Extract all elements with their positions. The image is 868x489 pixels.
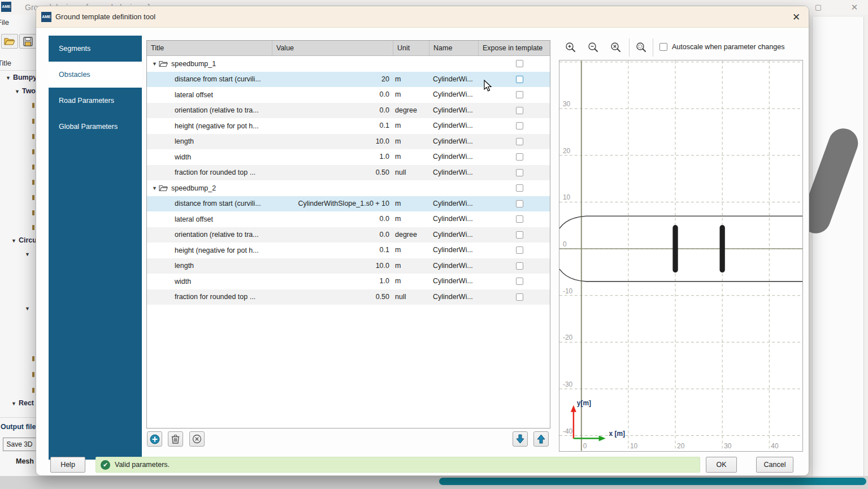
parameter-row[interactable]: distance from start (curvili...CylinderW…	[147, 196, 550, 212]
expose-checkbox[interactable]	[516, 184, 523, 192]
expose-checkbox[interactable]	[516, 278, 523, 285]
expose-checkbox[interactable]	[516, 215, 523, 223]
parameter-value[interactable]: 1.0	[272, 274, 393, 289]
parameter-value[interactable]: 20	[272, 72, 393, 88]
parameter-value[interactable]	[272, 56, 393, 72]
parameter-row[interactable]: length10.0mCylinderWi...	[147, 258, 550, 274]
sidebar-item-global-parameters[interactable]: Global Parameters	[49, 114, 142, 140]
column-header-title[interactable]: Title	[147, 41, 272, 55]
bg-tree-item[interactable]: ▼Rect	[11, 399, 34, 407]
dialog-title: Ground template definition tool	[55, 12, 155, 21]
bg-tree-item[interactable]: ▼Two	[15, 87, 36, 95]
parameter-row[interactable]: lateral offset0.0mCylinderWi...	[147, 211, 550, 227]
parameter-row[interactable]: orientation (relative to tra...0.0degree…	[147, 227, 550, 243]
clear-all-button[interactable]	[189, 431, 205, 447]
parameter-value[interactable]: 10.0	[272, 258, 393, 274]
delete-obstacle-button[interactable]	[168, 431, 183, 447]
parameter-row[interactable]: fraction for rounded top ...0.50nullCyli…	[147, 165, 550, 181]
obstacle-group-row[interactable]: ▼speedbump_2	[147, 180, 550, 196]
expose-checkbox[interactable]	[516, 246, 523, 254]
parameter-name: CylinderWi...	[429, 134, 479, 150]
zoom-in-button[interactable]	[564, 41, 578, 54]
parameter-row[interactable]: orientation (relative to tra...0.0degree…	[147, 103, 550, 119]
expand-triangle-icon: ▼	[11, 238, 16, 244]
bg-tree-item[interactable]: ▼	[25, 250, 32, 258]
parameter-value[interactable]: 0.0	[272, 211, 393, 227]
bg-tree-fragment	[32, 134, 34, 139]
expose-checkbox[interactable]	[516, 107, 523, 114]
parameter-value[interactable]: 0.0	[272, 87, 393, 103]
road-preview-plot[interactable]: 403020100-10-20-30-40010203040y[m]x [m]	[559, 60, 803, 452]
expose-checkbox[interactable]	[516, 293, 523, 301]
parameter-title: width	[175, 278, 191, 285]
parameter-value[interactable]: 0.1	[272, 118, 393, 134]
save-button[interactable]	[19, 34, 36, 49]
cancel-button[interactable]: Cancel	[756, 457, 793, 473]
parameter-row[interactable]: height (negative for pot h...0.1mCylinde…	[147, 243, 550, 258]
expose-checkbox[interactable]	[516, 200, 523, 207]
file-menu[interactable]: File	[0, 18, 9, 27]
dialog-sidebar: SegmentsObstaclesRoad ParametersGlobal P…	[49, 36, 142, 460]
bg-tree-fragment	[32, 372, 34, 377]
bg-tree-item[interactable]: ▼	[25, 304, 32, 312]
parameter-value[interactable]: 0.0	[272, 227, 393, 243]
x-axis-arrowhead	[599, 436, 606, 442]
move-down-button[interactable]	[513, 431, 528, 447]
parameter-value[interactable]: 10.0	[272, 134, 393, 150]
close-button[interactable]: ✕	[843, 0, 866, 15]
parameter-value[interactable]: 0.0	[272, 103, 393, 119]
dialog-close-icon[interactable]: ✕	[789, 11, 803, 24]
parameter-row[interactable]: fraction for rounded top ...0.50nullCyli…	[147, 289, 550, 305]
sidebar-item-segments[interactable]: Segments	[49, 36, 142, 62]
maximize-button[interactable]: ▢	[807, 0, 830, 15]
separator	[653, 38, 653, 57]
expose-checkbox[interactable]	[516, 231, 523, 239]
open-file-button[interactable]	[1, 34, 18, 49]
expose-checkbox[interactable]	[516, 262, 523, 270]
zoom-out-button[interactable]	[587, 41, 600, 54]
parameter-value[interactable]: 0.50	[272, 289, 393, 305]
expose-checkbox[interactable]	[516, 169, 523, 176]
ok-button[interactable]: OK	[706, 457, 737, 473]
parameter-value[interactable]: 1.0	[272, 149, 393, 165]
y-axis-label: y[m]	[577, 399, 591, 407]
sidebar-item-obstacles[interactable]: Obstacles	[49, 62, 142, 88]
expose-checkbox[interactable]	[516, 76, 523, 83]
parameter-name: CylinderWi...	[429, 103, 479, 119]
parameter-value[interactable]: 0.1	[272, 243, 393, 258]
zoom-cancel-button[interactable]	[609, 41, 623, 54]
parameter-row[interactable]: width1.0mCylinderWi...	[147, 274, 550, 289]
move-up-button[interactable]	[533, 431, 549, 447]
autoscale-checkbox[interactable]	[659, 43, 667, 51]
parameter-unit: m	[393, 196, 429, 212]
expand-triangle-icon[interactable]: ▼	[152, 61, 159, 67]
expose-checkbox[interactable]	[516, 91, 523, 98]
column-header-value[interactable]: Value	[272, 41, 393, 55]
bg-tree-item[interactable]: ▼Circu	[11, 236, 37, 244]
expand-triangle-icon[interactable]: ▼	[152, 185, 159, 191]
parameter-unit: m	[393, 87, 429, 103]
add-obstacle-button[interactable]	[147, 431, 162, 447]
obstacle-group-row[interactable]: ▼speedbump_1	[147, 56, 550, 72]
sidebar-item-road-parameters[interactable]: Road Parameters	[49, 88, 142, 114]
expose-checkbox[interactable]	[516, 153, 523, 161]
divider	[0, 417, 40, 418]
expose-checkbox[interactable]	[516, 60, 523, 67]
column-header-expose-in-template[interactable]: Expose in template	[479, 41, 550, 55]
column-header-name[interactable]: Name	[429, 41, 479, 55]
column-header-unit[interactable]: Unit	[393, 41, 429, 55]
parameter-value[interactable]: CylinderWithSlope_1.s0 + 10	[272, 196, 393, 212]
autoscale-label: Autoscale when parameter changes	[672, 43, 784, 51]
help-button[interactable]: Help	[50, 457, 85, 473]
expose-checkbox[interactable]	[516, 122, 523, 129]
save-3d-button[interactable]: Save 3D	[3, 438, 36, 451]
zoom-fit-button[interactable]	[635, 41, 648, 54]
parameter-row[interactable]: length10.0mCylinderWi...	[147, 134, 550, 150]
expose-checkbox[interactable]	[516, 138, 523, 145]
parameter-value[interactable]: 0.50	[272, 165, 393, 181]
parameter-value[interactable]	[272, 180, 393, 196]
parameter-row[interactable]: width1.0mCylinderWi...	[147, 149, 550, 165]
bg-tree-fragment	[32, 356, 34, 361]
parameter-row[interactable]: height (negative for pot h...0.1mCylinde…	[147, 118, 550, 134]
dialog-titlebar[interactable]: AME Ground template definition tool ✕	[36, 6, 809, 28]
